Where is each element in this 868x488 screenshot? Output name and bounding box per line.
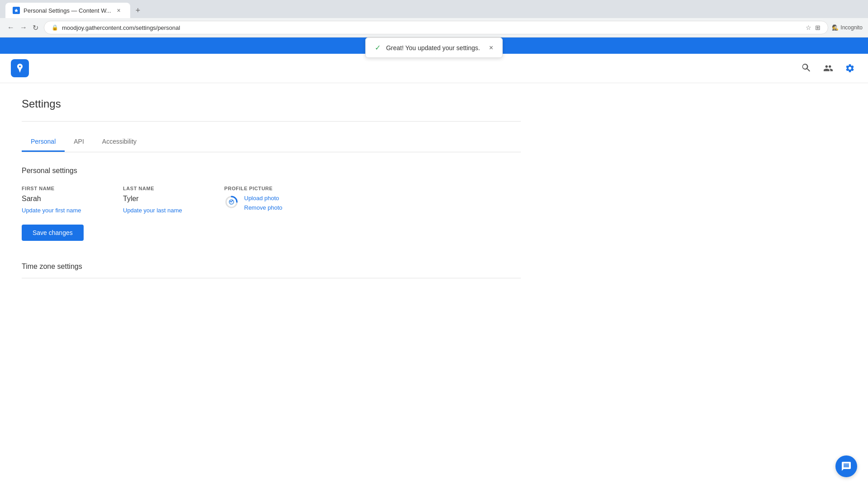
profile-pic-links: Upload photo Remove photo	[244, 195, 283, 211]
search-button[interactable]	[799, 61, 814, 75]
app-header	[0, 54, 868, 83]
incognito-label: Incognito	[840, 24, 863, 31]
remove-photo-link[interactable]: Remove photo	[244, 204, 283, 211]
section-title: Personal settings	[22, 167, 521, 175]
tab-close-button[interactable]: ×	[115, 6, 123, 14]
settings-gear-button[interactable]	[843, 61, 857, 75]
promo-banner-wrapper: You only have ... rade now → ✓ Great! Yo…	[0, 38, 868, 54]
main-content: Settings Personal API Accessibility Pers…	[0, 83, 542, 293]
new-tab-button[interactable]: +	[132, 4, 144, 17]
timezone-section: Time zone settings	[22, 263, 521, 278]
toast-success-icon: ✓	[375, 43, 381, 52]
browser-chrome: Personal Settings — Content W... × + ← →…	[0, 0, 868, 38]
toast-close-button[interactable]: ×	[489, 44, 493, 52]
toast-message: Great! You updated your settings.	[386, 44, 480, 52]
address-bar-url: moodjoy.gathercontent.com/settings/perso…	[62, 24, 802, 31]
team-button[interactable]	[821, 61, 835, 75]
first-name-field: FIRST NAME Sarah Update your first name	[22, 186, 112, 214]
address-bar-row: ← → ↻ 🔒 moodjoy.gathercontent.com/settin…	[0, 18, 868, 37]
incognito-indicator: 🕵 Incognito	[832, 24, 863, 31]
profile-pic-spinner-icon	[224, 195, 239, 209]
browser-nav: ← → ↻	[5, 22, 40, 34]
personal-settings-section: Personal settings FIRST NAME Sarah Updat…	[22, 167, 521, 241]
form-grid: FIRST NAME Sarah Update your first name …	[22, 186, 521, 214]
tab-api[interactable]: API	[65, 132, 93, 152]
page-title-divider	[22, 121, 521, 122]
update-first-name-link[interactable]: Update your first name	[22, 207, 81, 214]
save-changes-button[interactable]: Save changes	[22, 225, 84, 241]
tabs-container: Personal API Accessibility	[22, 132, 521, 152]
header-icons	[799, 61, 857, 75]
reload-button[interactable]: ↻	[31, 22, 40, 34]
profile-pic-section: Upload photo Remove photo	[224, 195, 521, 211]
tab-personal[interactable]: Personal	[22, 132, 65, 152]
browser-tab-bar: Personal Settings — Content W... × +	[0, 0, 868, 18]
last-name-field: LAST NAME Tyler Update your last name	[123, 186, 213, 214]
browser-tab-active: Personal Settings — Content W... ×	[5, 3, 130, 18]
timezone-divider	[22, 278, 521, 278]
profile-picture-label: PROFILE PICTURE	[224, 186, 521, 191]
timezone-title: Time zone settings	[22, 263, 521, 271]
back-button[interactable]: ←	[5, 22, 16, 33]
app-logo[interactable]	[11, 59, 29, 77]
address-bar-icons: ☆ ⊞	[806, 24, 821, 31]
update-last-name-link[interactable]: Update your last name	[123, 207, 182, 214]
last-name-label: LAST NAME	[123, 186, 213, 191]
extension-icon[interactable]: ⊞	[815, 24, 821, 31]
first-name-value: Sarah	[22, 195, 112, 203]
forward-button[interactable]: →	[18, 22, 29, 33]
incognito-icon: 🕵	[832, 24, 839, 31]
profile-picture-field: PROFILE PICTURE Upload photo Remove p	[224, 186, 521, 211]
tab-accessibility[interactable]: Accessibility	[93, 132, 146, 152]
upload-photo-link[interactable]: Upload photo	[244, 195, 283, 202]
first-name-label: FIRST NAME	[22, 186, 112, 191]
last-name-value: Tyler	[123, 195, 213, 203]
success-toast: ✓ Great! You updated your settings. ×	[365, 38, 503, 58]
page-title: Settings	[22, 98, 521, 110]
bookmark-icon[interactable]: ☆	[806, 24, 811, 31]
tab-favicon	[13, 7, 20, 14]
address-bar[interactable]: 🔒 moodjoy.gathercontent.com/settings/per…	[44, 21, 828, 34]
tab-title: Personal Settings — Content W...	[24, 7, 111, 14]
